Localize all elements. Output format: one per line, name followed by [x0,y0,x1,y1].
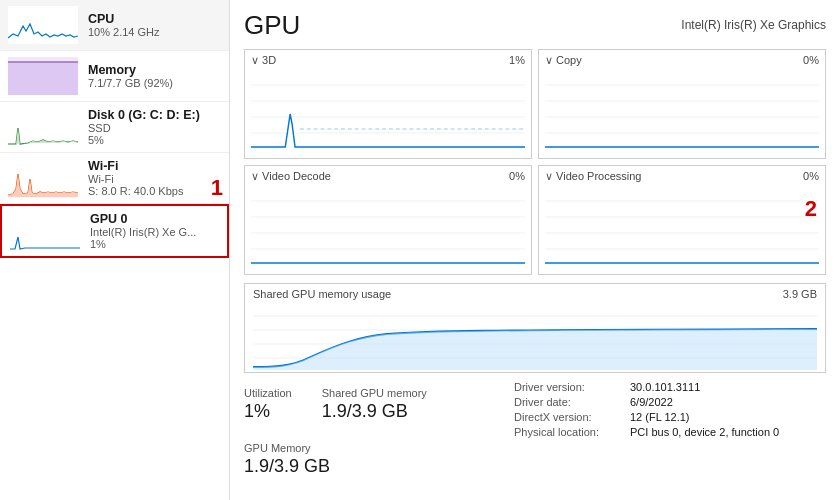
gpu-chart-video-decode-area [251,185,525,265]
shared-memory-box: Shared GPU memory usage 3.9 GB [244,283,826,373]
gpu-chart-copy: ∨ Copy 0% [538,49,826,159]
utilization-value: 1% [244,401,292,422]
gpu-memory-section: GPU Memory 1.9/3.9 GB [244,442,826,477]
gpu-chart-video-processing-pct: 0% [803,170,819,182]
sidebar-item-cpu[interactable]: CPU 10% 2.14 GHz [0,0,229,51]
cpu-sub: 10% 2.14 GHz [88,26,221,38]
sidebar: CPU 10% 2.14 GHz Memory 7.1/7.7 GB (92%)… [0,0,230,500]
stats-driver-row: Utilization 1% Shared GPU memory 1.9/3.9… [244,381,826,438]
disk-sparkline-chart [8,108,78,146]
sidebar-item-disk[interactable]: Disk 0 (G: C: D: E:) SSD 5% [0,102,229,153]
gpu-chart-video-decode-label: ∨ Video Decode [251,170,525,183]
annotation-1: 1 [211,175,223,201]
directx-value: 12 (FL 12.1) [630,411,690,423]
gpu-chart-video-decode-pct: 0% [509,170,525,182]
gpu-chart-copy-pct: 0% [803,54,819,66]
cpu-info: CPU 10% 2.14 GHz [88,12,221,38]
driver-info-section: Driver version: 30.0.101.3111 Driver dat… [504,381,826,438]
driver-date-value: 6/9/2022 [630,396,673,408]
driver-version-label: Driver version: [514,381,624,393]
wifi-sparkline-chart [8,159,78,197]
gpu-chart-video-processing: ∨ Video Processing 0% 2 [538,165,826,275]
shared-gpu-memory-label: Shared GPU memory [322,387,427,399]
wifi-sub: Wi-Fi [88,173,221,185]
directx-version-row: DirectX version: 12 (FL 12.1) [514,411,826,423]
utilization-label: Utilization [244,387,292,399]
memory-name: Memory [88,63,221,77]
physical-value: PCI bus 0, device 2, function 0 [630,426,779,438]
physical-location-row: Physical location: PCI bus 0, device 2, … [514,426,826,438]
shared-memory-value: 3.9 GB [783,288,817,300]
sidebar-item-wifi[interactable]: Wi-Fi Wi-Fi S: 8.0 R: 40.0 Kbps 1 [0,153,229,204]
sidebar-item-memory[interactable]: Memory 7.1/7.7 GB (92%) [0,51,229,102]
disk-info: Disk 0 (G: C: D: E:) SSD 5% [88,108,221,146]
gpu-memory-value: 1.9/3.9 GB [244,456,826,477]
gpu-chart-video-processing-label: ∨ Video Processing [545,170,819,183]
gpu-chart-3d-pct: 1% [509,54,525,66]
wifi-speed: S: 8.0 R: 40.0 Kbps [88,185,221,197]
sidebar-item-gpu[interactable]: GPU 0 Intel(R) Iris(R) Xe G... 1% [0,204,229,258]
svg-rect-0 [8,62,78,95]
disk-name: Disk 0 (G: C: D: E:) [88,108,221,122]
wifi-info: Wi-Fi Wi-Fi S: 8.0 R: 40.0 Kbps [88,159,221,197]
physical-label: Physical location: [514,426,624,438]
shared-memory-label: Shared GPU memory usage [253,288,391,300]
gpu-chart-video-processing-area [545,185,819,265]
gpu-pct: 1% [90,238,219,250]
directx-label: DirectX version: [514,411,624,423]
shared-gpu-memory-stat: Shared GPU memory 1.9/3.9 GB [322,387,427,422]
driver-date-row: Driver date: 6/9/2022 [514,396,826,408]
memory-sub: 7.1/7.7 GB (92%) [88,77,221,89]
driver-version-value: 30.0.101.3111 [630,381,700,393]
gpu-info: GPU 0 Intel(R) Iris(R) Xe G... 1% [90,212,219,250]
shared-memory-chart [253,302,817,370]
utilization-stat: Utilization 1% [244,387,292,422]
cpu-name: CPU [88,12,221,26]
gpu-charts-grid: ∨ 3D 1% ∨ Copy [244,49,826,275]
gpu-name: GPU 0 [90,212,219,226]
gpu-chart-3d: ∨ 3D 1% [244,49,532,159]
memory-info: Memory 7.1/7.7 GB (92%) [88,63,221,89]
main-panel: GPU Intel(R) Iris(R) Xe Graphics ∨ 3D 1% [230,0,840,500]
annotation-2: 2 [805,196,817,222]
wifi-name: Wi-Fi [88,159,221,173]
memory-sparkline-chart [8,57,78,95]
gpu-chart-copy-label: ∨ Copy [545,54,819,67]
gpu-memory-stat: GPU Memory 1.9/3.9 GB [244,442,826,477]
main-title: GPU [244,10,300,41]
disk-pct: 5% [88,134,221,146]
shared-gpu-memory-value: 1.9/3.9 GB [322,401,427,422]
gpu-sparkline-chart [10,212,80,250]
driver-date-label: Driver date: [514,396,624,408]
shared-memory-header: Shared GPU memory usage 3.9 GB [253,288,817,300]
gpu-chart-3d-label: ∨ 3D [251,54,525,67]
stats-section: Utilization 1% Shared GPU memory 1.9/3.9… [244,387,504,422]
main-subtitle: Intel(R) Iris(R) Xe Graphics [681,10,826,32]
driver-version-row: Driver version: 30.0.101.3111 [514,381,826,393]
disk-sub: SSD [88,122,221,134]
gpu-sub: Intel(R) Iris(R) Xe G... [90,226,219,238]
gpu-chart-video-decode: ∨ Video Decode 0% [244,165,532,275]
cpu-sparkline-chart [8,6,78,44]
gpu-chart-copy-area [545,69,819,149]
gpu-memory-label: GPU Memory [244,442,826,454]
main-header: GPU Intel(R) Iris(R) Xe Graphics [244,10,826,41]
gpu-chart-3d-area [251,69,525,149]
